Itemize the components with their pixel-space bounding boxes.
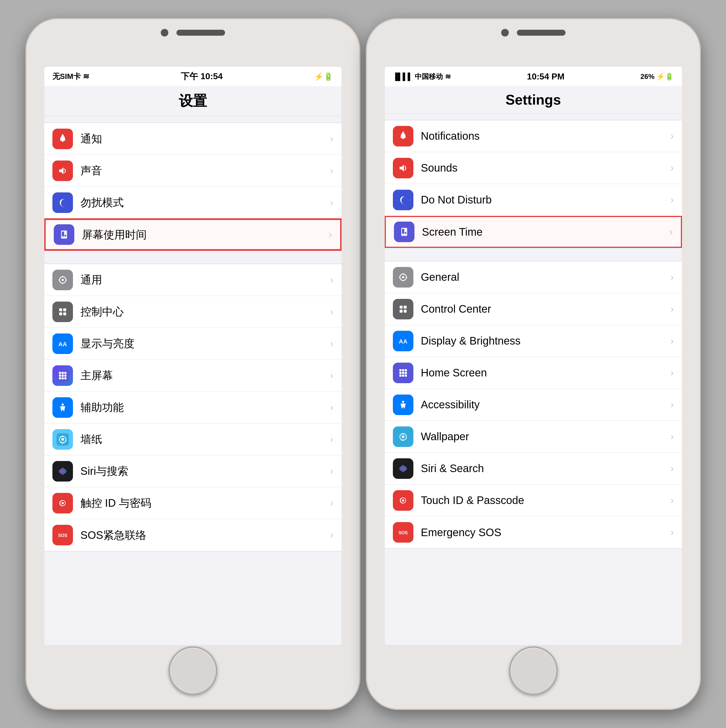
chevron-touchid-right: › [671,495,674,506]
home-button-left[interactable] [169,646,217,695]
status-bar-left: 无SIM卡 ≋ 下午 10:54 ⚡🔋 [44,67,341,86]
row-sos-left[interactable]: SOS SOS紧急联络 › [44,519,341,551]
chevron-notifications-left: › [330,133,333,145]
chevron-dnd-left: › [330,197,333,208]
row-controlcenter-left[interactable]: 控制中心 › [44,296,341,328]
group1-right: Notifications › Sounds › [385,120,682,248]
svg-text:AA: AA [399,338,407,345]
icon-controlcenter-left [52,301,73,322]
row-dnd-left[interactable]: 勿扰模式 › [44,187,341,219]
svg-rect-63 [406,277,407,278]
svg-rect-33 [64,377,66,379]
label-display-left: 显示与亮度 [81,336,327,351]
chevron-controlcenter-right: › [671,303,674,315]
row-wallpaper-right[interactable]: Wallpaper › [385,421,682,453]
chevron-touchid-left: › [330,497,333,509]
home-button-right[interactable] [509,646,558,695]
settings-list-right: Notifications › Sounds › [385,113,682,645]
row-siri-left[interactable]: Siri与搜索 › [44,455,341,487]
svg-rect-55 [402,229,404,234]
svg-rect-14 [62,283,63,284]
chevron-accessibility-left: › [330,402,333,413]
icon-dnd-right [393,190,413,210]
svg-rect-52 [397,194,409,206]
chevron-sos-right: › [671,527,674,538]
svg-text:AA: AA [58,341,67,347]
label-screentime-left: 屏幕使用时间 [82,227,326,242]
row-display-right[interactable]: AA Display & Brightness › [385,325,682,357]
svg-rect-76 [402,372,404,374]
no-sim-text: 无SIM卡 ≋ [52,71,89,82]
row-dnd-right[interactable]: Do Not Disturb › [385,184,682,216]
phone-left: 无SIM卡 ≋ 下午 10:54 ⚡🔋 设置 [25,18,361,710]
status-right-left: ⚡🔋 [314,72,333,81]
row-homescreen-left[interactable]: 主屏幕 › [44,360,341,392]
chevron-screentime-right: › [669,226,673,237]
icon-general-left [52,270,73,290]
row-touchid-right[interactable]: Touch ID & Passcode › [385,485,682,516]
status-left-right: ▐▌▌▌ 中国移动 ≋ [393,72,451,81]
chevron-screentime-left: › [329,229,332,240]
icon-screentime-left [54,224,74,245]
svg-rect-77 [405,372,407,374]
row-touchid-left[interactable]: 触控 ID 与密码 › [44,487,341,519]
row-accessibility-left[interactable]: 辅助功能 › [44,392,341,424]
svg-point-2 [62,134,64,136]
svg-rect-65 [400,306,403,309]
row-notifications-left[interactable]: 通知 › [44,123,341,155]
svg-rect-27 [64,372,66,374]
label-notifications-right: Notifications [421,130,668,142]
nav-title-left: 设置 [44,86,341,116]
row-sounds-right[interactable]: Sounds › [385,152,682,184]
icon-touchid-left [52,493,73,514]
label-wallpaper-right: Wallpaper [421,430,668,443]
chevron-general-right: › [671,272,674,283]
row-siri-right[interactable]: Siri & Search › [385,453,682,485]
row-homescreen-right[interactable]: Home Screen › [385,357,682,389]
icon-display-right: AA [393,331,413,351]
icon-touchid-right [393,490,413,511]
svg-rect-9 [64,235,66,237]
svg-rect-32 [62,377,64,379]
label-sos-right: Emergency SOS [421,526,668,538]
svg-rect-19 [63,308,66,311]
status-right-right: 26% ⚡🔋 [640,72,674,81]
row-screentime-right[interactable]: Screen Time › [385,216,682,248]
chevron-sounds-right: › [671,162,674,174]
icon-sounds-left [52,161,73,181]
camera-right [501,29,509,37]
svg-rect-26 [62,372,64,374]
svg-rect-75 [399,372,402,374]
svg-rect-18 [59,308,62,311]
chevron-wallpaper-right: › [671,431,674,442]
row-general-left[interactable]: 通用 › [44,264,341,296]
label-wallpaper-left: 墙纸 [81,432,327,447]
group1-left: 通知 › 声音 › [44,123,341,251]
icon-general-right [393,267,413,288]
icon-controlcenter-right [393,299,413,320]
phone-right: ▐▌▌▌ 中国移动 ≋ 10:54 PM 26% ⚡🔋 Settings [366,18,701,710]
row-controlcenter-right[interactable]: Control Center › [385,293,682,325]
row-general-right[interactable]: General › [385,261,682,293]
svg-rect-73 [402,369,404,371]
icon-screentime-right [394,222,414,242]
row-notifications-right[interactable]: Notifications › [385,120,682,152]
row-sounds-left[interactable]: 声音 › [44,155,341,187]
svg-rect-68 [404,310,407,313]
row-sos-right[interactable]: SOS Emergency SOS › [385,516,682,548]
row-display-left[interactable]: AA 显示与亮度 › [44,328,341,360]
camera-left [161,29,168,37]
row-wallpaper-left[interactable]: 墙纸 › [44,424,341,455]
svg-rect-21 [63,312,66,315]
speaker-right [517,30,566,36]
svg-point-49 [402,132,404,133]
svg-text:SOS: SOS [58,533,67,538]
label-touchid-left: 触控 ID 与密码 [81,496,327,511]
chevron-accessibility-right: › [671,399,674,410]
row-accessibility-right[interactable]: Accessibility › [385,389,682,421]
signal-right: ▐▌▌▌ [393,72,413,81]
svg-point-41 [61,468,65,475]
icon-sounds-right [393,158,413,178]
svg-rect-72 [399,369,402,371]
row-screentime-left[interactable]: 屏幕使用时间 › [44,219,341,251]
